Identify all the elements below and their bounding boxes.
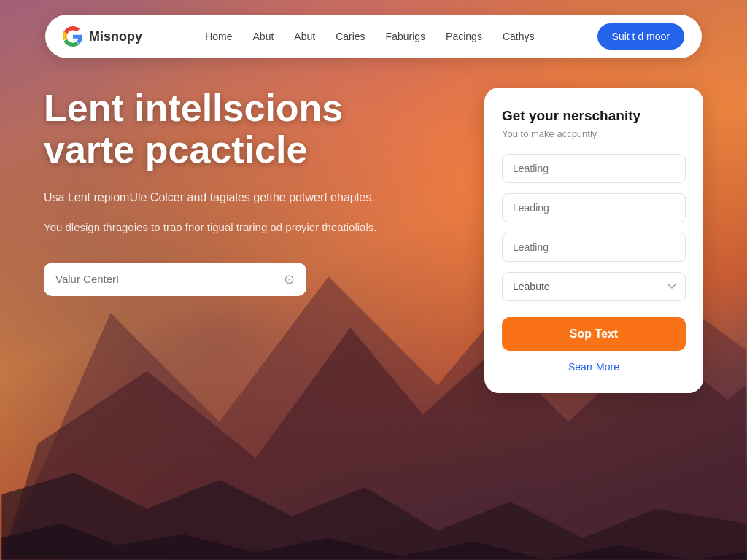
form-dropdown[interactable]: Leabute Option 1 Option 2 xyxy=(502,272,686,301)
input-field-3[interactable] xyxy=(502,233,686,262)
form-card-title: Get your nerschanity xyxy=(502,108,686,124)
nav-links: Home Abut Abut Caries Faburigs Pacings C… xyxy=(205,31,534,42)
nav-abut2[interactable]: Abut xyxy=(294,31,315,42)
google-logo-icon xyxy=(63,26,83,47)
form-submit-button[interactable]: Sop Text xyxy=(502,317,686,351)
hero-description: You dlesign thragoies to trao fnor tigua… xyxy=(44,219,423,236)
hero-title-line1: Lent intellscions xyxy=(44,87,343,129)
nav-abut1[interactable]: Abut xyxy=(253,31,274,42)
nav-caries[interactable]: Caries xyxy=(336,31,365,42)
input-field-2[interactable] xyxy=(502,193,686,222)
learn-more-link[interactable]: Searr More xyxy=(502,361,686,373)
form-dropdown-group: Leabute Option 1 Option 2 xyxy=(502,272,686,301)
hero-title: Lent intellscions varte pcacticle xyxy=(44,88,423,171)
nav-home[interactable]: Home xyxy=(205,31,232,42)
form-field-1 xyxy=(502,154,686,183)
input-field-1[interactable] xyxy=(502,154,686,183)
nav-cta-button[interactable]: Suit t d moor xyxy=(597,23,684,50)
nav-cathys[interactable]: Cathys xyxy=(503,31,535,42)
search-icon: ⊙ xyxy=(284,271,295,287)
search-bar: ⊙ xyxy=(44,262,306,296)
form-card-subtitle: You to make accpuntly xyxy=(502,128,686,139)
hero-content: Lent intellscions varte pcacticle Usa Le… xyxy=(44,88,423,296)
form-field-2 xyxy=(502,193,686,222)
nav-pacings[interactable]: Pacings xyxy=(446,31,482,42)
form-field-3 xyxy=(502,233,686,262)
navbar: Misnopy Home Abut Abut Caries Faburigs P… xyxy=(45,15,702,58)
nav-faburigs[interactable]: Faburigs xyxy=(386,31,425,42)
logo-text: Misnopy xyxy=(89,29,142,44)
search-input[interactable] xyxy=(55,273,278,285)
hero-title-line2: varte pcacticle xyxy=(44,128,307,171)
logo[interactable]: Misnopy xyxy=(63,26,142,47)
hero-subtitle: Usa Lent repiomUle Colcer and tagiales g… xyxy=(44,188,423,207)
form-card: Get your nerschanity You to make accpunt… xyxy=(484,88,703,393)
